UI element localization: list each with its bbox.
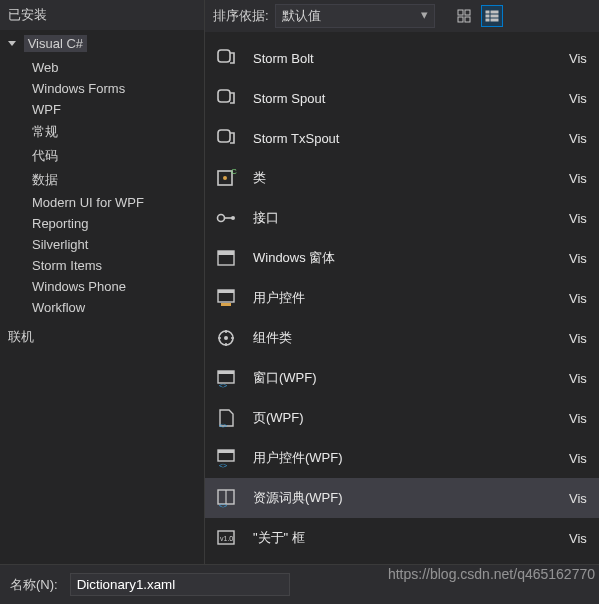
- template-row[interactable]: Windows 窗体Vis: [205, 238, 599, 278]
- template-row[interactable]: 接口Vis: [205, 198, 599, 238]
- sort-by-label: 排序依据:: [213, 7, 269, 25]
- svg-rect-12: [218, 130, 230, 142]
- sidebar-item[interactable]: Modern UI for WPF: [28, 192, 204, 213]
- template-language: Vis: [569, 51, 591, 66]
- view-grid-button[interactable]: [453, 5, 475, 27]
- toolbar: 排序依据: 默认值: [205, 0, 599, 32]
- template-language: Vis: [569, 451, 591, 466]
- svg-text:<>: <>: [219, 382, 227, 389]
- wpfuc-icon: <>: [213, 445, 239, 471]
- template-language: Vis: [569, 91, 591, 106]
- component-icon: [213, 325, 239, 351]
- sidebar-item[interactable]: 数据: [28, 168, 204, 192]
- storm-icon: [213, 85, 239, 111]
- template-language: Vis: [569, 491, 591, 506]
- sidebar-item[interactable]: WPF: [28, 99, 204, 120]
- class-icon: C#: [213, 165, 239, 191]
- svg-rect-11: [218, 90, 230, 102]
- template-row[interactable]: <>窗口(WPF)Vis: [205, 358, 599, 398]
- storm-icon: [213, 125, 239, 151]
- sidebar-item[interactable]: Web: [28, 57, 204, 78]
- template-language: Vis: [569, 371, 591, 386]
- svg-rect-3: [465, 17, 470, 22]
- template-language: Vis: [569, 291, 591, 306]
- svg-rect-5: [491, 11, 498, 13]
- template-row[interactable]: <>用户控件(WPF)Vis: [205, 438, 599, 478]
- svg-point-16: [218, 215, 225, 222]
- template-language: Vis: [569, 411, 591, 426]
- template-row[interactable]: C#类Vis: [205, 158, 599, 198]
- template-row[interactable]: Storm BoltVis: [205, 38, 599, 78]
- sidebar-item[interactable]: Silverlight: [28, 234, 204, 255]
- svg-rect-9: [491, 19, 498, 21]
- template-language: Vis: [569, 211, 591, 226]
- view-list-button[interactable]: [481, 5, 503, 27]
- template-language: Vis: [569, 331, 591, 346]
- svg-rect-4: [486, 11, 489, 13]
- usercontrol-icon: [213, 285, 239, 311]
- template-row[interactable]: Storm SpoutVis: [205, 78, 599, 118]
- template-language: Vis: [569, 251, 591, 266]
- template-name: Storm Spout: [253, 91, 555, 106]
- template-name: 类: [253, 169, 555, 187]
- sidebar-root-label[interactable]: Visual C#: [24, 35, 87, 52]
- right-pane: 排序依据: 默认值 Storm BoltVisStorm SpoutVisSto…: [205, 0, 599, 564]
- template-row[interactable]: v1.0"关于" 框Vis: [205, 518, 599, 558]
- svg-text:C#: C#: [231, 167, 237, 176]
- svg-rect-0: [458, 10, 463, 15]
- template-name: 窗口(WPF): [253, 369, 555, 387]
- template-name: 用户控件: [253, 289, 555, 307]
- template-language: Vis: [569, 171, 591, 186]
- sidebar-root-group[interactable]: Visual C#: [0, 30, 204, 55]
- template-name: Storm Bolt: [253, 51, 555, 66]
- svg-text:<>: <>: [219, 462, 227, 469]
- svg-rect-10: [218, 50, 230, 62]
- template-name: 资源词典(WPF): [253, 489, 555, 507]
- svg-text:<>: <>: [219, 422, 227, 429]
- svg-rect-23: [221, 303, 231, 306]
- svg-point-15: [223, 176, 227, 180]
- form-icon: [213, 245, 239, 271]
- sidebar-header-installed[interactable]: 已安装: [0, 0, 204, 30]
- template-list[interactable]: Storm BoltVisStorm SpoutVisStorm TxSpout…: [205, 32, 599, 564]
- svg-rect-22: [218, 290, 234, 293]
- svg-rect-31: [218, 450, 234, 453]
- template-row[interactable]: <>页(WPF)Vis: [205, 398, 599, 438]
- svg-rect-1: [465, 10, 470, 15]
- bottom-bar: 名称(N):: [0, 564, 599, 604]
- template-language: Vis: [569, 531, 591, 546]
- svg-rect-8: [486, 19, 489, 21]
- resdict-icon: <>: [213, 485, 239, 511]
- template-name: 组件类: [253, 329, 555, 347]
- template-row[interactable]: 组件类Vis: [205, 318, 599, 358]
- sidebar-item[interactable]: 常规: [28, 120, 204, 144]
- storm-icon: [213, 45, 239, 71]
- template-name: 用户控件(WPF): [253, 449, 555, 467]
- template-name: 接口: [253, 209, 555, 227]
- svg-rect-7: [491, 15, 498, 17]
- name-input[interactable]: [70, 573, 290, 596]
- template-name: 页(WPF): [253, 409, 555, 427]
- sidebar-item[interactable]: Reporting: [28, 213, 204, 234]
- template-name: "关于" 框: [253, 529, 555, 547]
- sidebar: 已安装 Visual C# WebWindows FormsWPF常规代码数据M…: [0, 0, 205, 564]
- template-name: Windows 窗体: [253, 249, 555, 267]
- svg-rect-6: [486, 15, 489, 17]
- template-row[interactable]: Storm TxSpoutVis: [205, 118, 599, 158]
- about-icon: v1.0: [213, 525, 239, 551]
- sidebar-item[interactable]: Workflow: [28, 297, 204, 318]
- sidebar-section-online[interactable]: 联机: [0, 328, 204, 352]
- svg-rect-27: [218, 371, 234, 374]
- template-row[interactable]: 用户控件Vis: [205, 278, 599, 318]
- sidebar-item[interactable]: Storm Items: [28, 255, 204, 276]
- sort-by-combo[interactable]: 默认值: [275, 4, 435, 28]
- sidebar-item[interactable]: 代码: [28, 144, 204, 168]
- svg-rect-2: [458, 17, 463, 22]
- sidebar-item[interactable]: Windows Forms: [28, 78, 204, 99]
- svg-rect-20: [218, 251, 234, 255]
- wpfpage-icon: <>: [213, 405, 239, 431]
- sidebar-item[interactable]: Windows Phone: [28, 276, 204, 297]
- wpfwin-icon: <>: [213, 365, 239, 391]
- template-row[interactable]: <>资源词典(WPF)Vis: [205, 478, 599, 518]
- svg-point-25: [224, 336, 228, 340]
